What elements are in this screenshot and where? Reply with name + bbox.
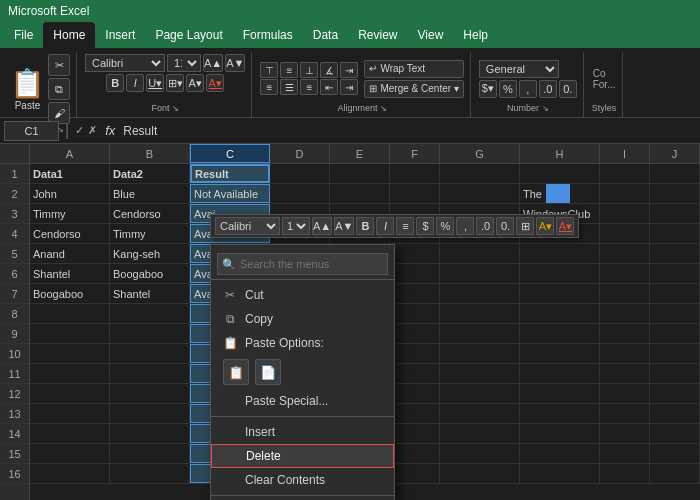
cell-a5[interactable]: Anand	[30, 244, 110, 263]
cell-d1[interactable]	[270, 164, 330, 183]
cell-j4[interactable]	[650, 224, 700, 243]
mini-shrink-btn[interactable]: A▼	[334, 217, 354, 235]
tab-page-layout[interactable]: Page Layout	[145, 22, 232, 48]
cell-f2[interactable]	[390, 184, 440, 203]
cell-b6[interactable]: Boogaboo	[110, 264, 190, 283]
cell-d2[interactable]	[270, 184, 330, 203]
cell-g5[interactable]	[440, 244, 520, 263]
cell-b7[interactable]: Shantel	[110, 284, 190, 303]
cell-b5[interactable]: Kang-seh	[110, 244, 190, 263]
col-header-e[interactable]: E	[330, 144, 390, 163]
cell-reference-box[interactable]	[4, 121, 59, 141]
cell-j7[interactable]	[650, 284, 700, 303]
cell-h6[interactable]	[520, 264, 600, 283]
col-header-d[interactable]: D	[270, 144, 330, 163]
cell-i2[interactable]	[600, 184, 650, 203]
col-header-h[interactable]: H	[520, 144, 600, 163]
mini-fill-btn[interactable]: A▾	[536, 217, 554, 235]
cell-i1[interactable]	[600, 164, 650, 183]
col-header-b[interactable]: B	[110, 144, 190, 163]
tab-review[interactable]: Review	[348, 22, 407, 48]
cell-j2[interactable]	[650, 184, 700, 203]
underline-button[interactable]: U▾	[146, 74, 164, 92]
mini-align-btn[interactable]: ≡	[396, 217, 414, 235]
font-shrink-btn[interactable]: A▼	[225, 54, 245, 72]
tab-formulas[interactable]: Formulas	[233, 22, 303, 48]
cell-b2[interactable]: Blue	[110, 184, 190, 203]
orient-btn[interactable]: ∡	[320, 62, 338, 78]
cell-h1[interactable]	[520, 164, 600, 183]
cell-b4[interactable]: Timmy	[110, 224, 190, 243]
context-clear-item[interactable]: Clear Contents	[211, 468, 394, 492]
number-format-select[interactable]: General	[479, 60, 559, 78]
tab-help[interactable]: Help	[453, 22, 498, 48]
cell-f1[interactable]	[390, 164, 440, 183]
cell-a4[interactable]: Cendorso	[30, 224, 110, 243]
tab-view[interactable]: View	[408, 22, 454, 48]
col-header-g[interactable]: G	[440, 144, 520, 163]
mini-decdec-btn[interactable]: 0.	[496, 217, 514, 235]
cell-h2[interactable]: The	[520, 184, 600, 203]
cell-a6[interactable]: Shantel	[30, 264, 110, 283]
context-delete-item[interactable]: Delete	[211, 444, 394, 468]
align-left-btn[interactable]: ≡	[260, 79, 278, 95]
cell-i4[interactable]	[600, 224, 650, 243]
cell-j6[interactable]	[650, 264, 700, 283]
merge-center-button[interactable]: ⊞ Merge & Center ▾	[364, 80, 463, 98]
font-color-button[interactable]: A▾	[206, 74, 224, 92]
cell-g1[interactable]	[440, 164, 520, 183]
cell-j1[interactable]	[650, 164, 700, 183]
font-family-select[interactable]: Calibri	[85, 54, 165, 72]
cell-f7[interactable]	[390, 284, 440, 303]
mini-percent-btn[interactable]: %	[436, 217, 454, 235]
cell-i3[interactable]	[600, 204, 650, 223]
accounting-btn[interactable]: $▾	[479, 80, 497, 98]
align-mid-btn[interactable]: ≡	[280, 62, 298, 78]
formula-input[interactable]	[123, 124, 696, 138]
border-button[interactable]: ⊞▾	[166, 74, 184, 92]
cell-j3[interactable]	[650, 204, 700, 223]
cell-a1[interactable]: Data1	[30, 164, 110, 183]
context-copy-item[interactable]: ⧉ Copy	[211, 307, 394, 331]
cell-e1[interactable]	[330, 164, 390, 183]
col-header-f[interactable]: F	[390, 144, 440, 163]
mini-border-btn[interactable]: ⊞	[516, 217, 534, 235]
cell-g7[interactable]	[440, 284, 520, 303]
context-insert-item[interactable]: Insert	[211, 420, 394, 444]
cell-h5[interactable]	[520, 244, 600, 263]
fill-color-button[interactable]: A▾	[186, 74, 204, 92]
font-size-select[interactable]: 11	[167, 54, 201, 72]
align-top-btn[interactable]: ⊤	[260, 62, 278, 78]
cell-h7[interactable]	[520, 284, 600, 303]
indent-inc-btn[interactable]: ⇥	[340, 79, 358, 95]
col-header-a[interactable]: A	[30, 144, 110, 163]
cell-g6[interactable]	[440, 264, 520, 283]
cancel-icon[interactable]: ✗	[88, 124, 97, 137]
cell-j5[interactable]	[650, 244, 700, 263]
col-header-j[interactable]: J	[650, 144, 700, 163]
bold-button[interactable]: B	[106, 74, 124, 92]
cut-button[interactable]: ✂	[48, 54, 70, 76]
font-grow-btn[interactable]: A▲	[203, 54, 223, 72]
mini-font-select[interactable]: Calibri	[215, 217, 280, 235]
copy-button[interactable]: ⧉	[48, 78, 70, 100]
context-paste-special-item[interactable]: Paste Special...	[211, 389, 394, 413]
cell-c2[interactable]: Not Available	[190, 184, 270, 203]
cell-e2[interactable]	[330, 184, 390, 203]
mini-italic-btn[interactable]: I	[376, 217, 394, 235]
tab-insert[interactable]: Insert	[95, 22, 145, 48]
col-header-c[interactable]: C	[190, 144, 270, 163]
cell-f6[interactable]	[390, 264, 440, 283]
mini-comma-btn[interactable]: ,	[456, 217, 474, 235]
percent-btn[interactable]: %	[499, 80, 517, 98]
cell-b3[interactable]: Cendorso	[110, 204, 190, 223]
col-header-i[interactable]: I	[600, 144, 650, 163]
align-bot-btn[interactable]: ⊥	[300, 62, 318, 78]
mini-size-select[interactable]: 11	[282, 217, 310, 235]
tab-data[interactable]: Data	[303, 22, 348, 48]
mini-dollar-btn[interactable]: $	[416, 217, 434, 235]
cell-g2[interactable]	[440, 184, 520, 203]
mini-bold-btn[interactable]: B	[356, 217, 374, 235]
cell-i7[interactable]	[600, 284, 650, 303]
indent-btn[interactable]: ⇥	[340, 62, 358, 78]
